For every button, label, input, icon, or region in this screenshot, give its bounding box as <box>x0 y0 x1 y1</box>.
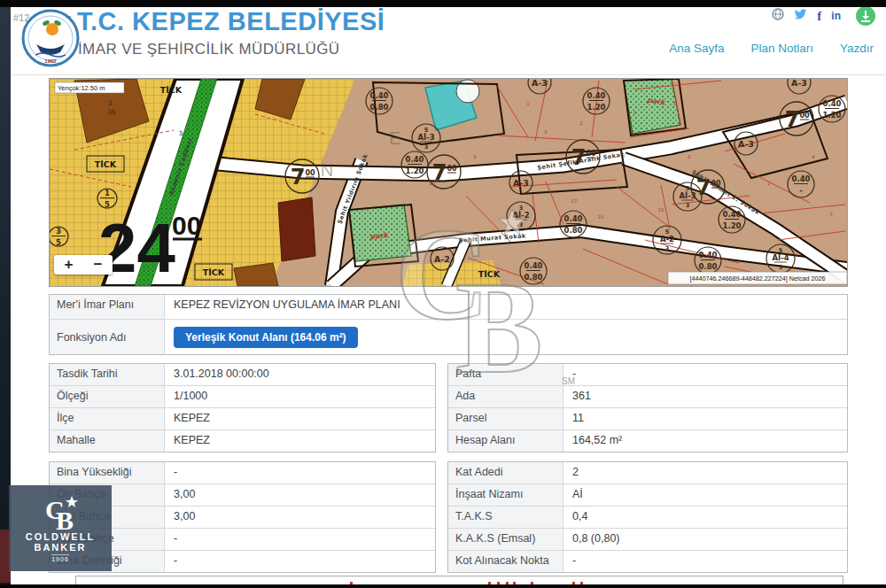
row-label: Ön Bahçe <box>50 484 165 506</box>
function-area-button[interactable]: Yerleşik Konut Alanı (164.06 m²) <box>174 327 358 348</box>
row-value: - <box>165 529 435 550</box>
nav-yazdir[interactable]: Yazdır <box>840 42 874 55</box>
tick-zone-label: TİCK <box>160 85 183 95</box>
svg-text:1.20: 1.20 <box>406 166 424 175</box>
table-row: Ada361 <box>448 386 847 408</box>
lot-number: 3 <box>179 130 183 137</box>
map-watermark-letter-n: N <box>321 160 333 180</box>
zoning-map[interactable]: 0.400.800.401.200.401.200.400.800.400.80… <box>49 78 848 287</box>
zoning-map-canvas: 0.400.800.401.200.401.200.400.800.400.80… <box>50 79 847 286</box>
table-row: K.A.K.S (Emsal)0,8 (0,80) <box>448 529 847 551</box>
svg-text:1.20: 1.20 <box>823 111 842 120</box>
twitter-icon[interactable] <box>794 8 807 24</box>
lot-number: 35 <box>108 109 116 116</box>
table-row: Hesap Alanı164,52 m² <box>448 430 847 452</box>
main-navigation: Ana Sayfa Plan Notları Yazdır <box>669 42 874 55</box>
row-value: - <box>563 364 847 385</box>
row-value: 2 <box>563 462 847 484</box>
svg-text:0.40: 0.40 <box>699 251 718 259</box>
svg-text:0.40: 0.40 <box>587 91 606 100</box>
table-row: Ön Bahçe3,00 <box>50 484 435 507</box>
parcel-number: 17 <box>571 198 578 204</box>
parcel-number: 8 <box>544 129 548 135</box>
row-label: Arka Bahçe <box>50 529 165 550</box>
facebook-icon[interactable]: f <box>817 10 821 22</box>
parcel-number: 2 <box>579 120 583 126</box>
parcel-number: 1 <box>633 110 636 115</box>
svg-text:0.40: 0.40 <box>525 261 543 270</box>
table-row: Bina Derinliği- <box>50 551 435 572</box>
svg-text:00: 00 <box>799 112 810 120</box>
svg-text:1.20: 1.20 <box>587 103 606 112</box>
svg-text:5: 5 <box>105 200 110 209</box>
parcel-number: 1 <box>526 101 530 106</box>
row-label: Parsel <box>448 408 563 429</box>
table-row: Kot Alınacak Nokta- <box>448 551 847 572</box>
social-links: f in <box>772 6 875 26</box>
screen-top-bar <box>0 0 886 7</box>
svg-text:0.40: 0.40 <box>564 214 583 223</box>
row-label: Pafta <box>448 364 563 385</box>
zoom-in-button[interactable]: + <box>65 256 74 274</box>
table-row: Arka Bahçe- <box>50 529 435 551</box>
row-label: İnşaat Nizamı <box>448 484 563 506</box>
table-row: Yan Bahçe3,00 <box>50 507 435 529</box>
row-value: KEPEZ REVİZYON UYGULAMA İMAR PLANI <box>165 295 847 319</box>
table-row: T.A.K.S0,4 <box>448 507 847 529</box>
road-width-label: 700 <box>780 102 813 135</box>
row-value: 3,00 <box>165 484 435 506</box>
row-label: Yan Bahçe <box>50 507 165 528</box>
svg-text:Yençok:12.50 m: Yençok:12.50 m <box>58 84 105 92</box>
table-row: İlçeKEPEZ <box>50 408 435 430</box>
svg-text:1.20: 1.20 <box>723 221 742 230</box>
details-table-left: Tasdik Tarihi3.01.2018 00:00:00Ölçeği1/1… <box>49 363 436 453</box>
linkedin-icon[interactable]: in <box>831 10 841 22</box>
row-value: 361 <box>563 386 847 407</box>
parcel-number: 16 <box>658 207 664 213</box>
svg-text:0.40: 0.40 <box>406 155 424 164</box>
svg-text:Aİ-4: Aİ-4 <box>772 253 789 262</box>
download-button[interactable] <box>856 6 875 26</box>
map-watermark-letter-e: E <box>389 128 400 148</box>
parcel-number: 2 <box>688 154 691 159</box>
row-label: Kot Alınacak Nokta <box>448 551 563 572</box>
svg-text:A-3: A-3 <box>738 139 754 149</box>
svg-text:3: 3 <box>56 227 61 236</box>
row-label: Ada <box>448 386 563 407</box>
zoom-out-button[interactable]: − <box>94 256 103 274</box>
svg-text:1: 1 <box>105 189 110 197</box>
svg-text:0.80: 0.80 <box>699 262 718 271</box>
row-label: Mahalle <box>50 430 165 452</box>
parcel-number: 2 <box>767 181 771 186</box>
svg-text:0.40: 0.40 <box>792 174 811 183</box>
svg-text:Aİ-3: Aİ-3 <box>417 133 434 142</box>
parcel-number: 4 <box>812 154 815 159</box>
zoning-table-right: Kat Adedi2İnşaat NizamıAİT.A.K.S0,4K.A.K… <box>447 461 848 573</box>
table-row: Ölçeği1/1000 <box>50 386 435 408</box>
svg-text:TİCK: TİCK <box>160 85 183 95</box>
svg-text:5: 5 <box>56 238 61 247</box>
row-value: 3.01.2018 00:00:00 <box>165 364 435 385</box>
table-row: Bina Yüksekliği- <box>50 462 435 484</box>
table-row: MahalleKEPEZ <box>50 430 435 452</box>
svg-text:00: 00 <box>305 169 315 177</box>
svg-text:3: 3 <box>686 202 690 209</box>
svg-text:A-2: A-2 <box>434 254 450 264</box>
map-zoom-control: + − <box>54 255 113 275</box>
nav-ana-sayfa[interactable]: Ana Sayfa <box>669 42 724 55</box>
globe-icon[interactable] <box>772 8 784 24</box>
zoning-circle: 15 <box>97 189 117 209</box>
zoning-table-left: Bina Yüksekliği-Ön Bahçe3,00Yan Bahçe3,0… <box>49 461 436 573</box>
row-label: Fonksiyon Adı <box>50 320 165 354</box>
row-value: - <box>165 551 435 572</box>
nav-plan-notlari[interactable]: Plan Notları <box>750 42 813 55</box>
row-value: 0,4 <box>563 507 847 528</box>
svg-text:00: 00 <box>447 165 457 173</box>
parcel-number: 3 <box>672 101 676 106</box>
svg-text:3: 3 <box>519 221 524 228</box>
row-value: - <box>165 462 435 484</box>
svg-text:A-3: A-3 <box>513 178 529 188</box>
yencok-label: Yençok:12.50 m <box>55 82 124 93</box>
park-label: park <box>369 231 390 241</box>
parcel-number: 15 <box>430 181 436 186</box>
